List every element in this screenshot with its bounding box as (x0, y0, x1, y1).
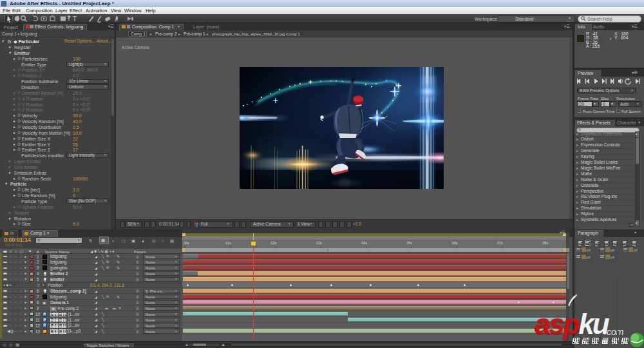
svg-text:T: T (73, 15, 77, 23)
